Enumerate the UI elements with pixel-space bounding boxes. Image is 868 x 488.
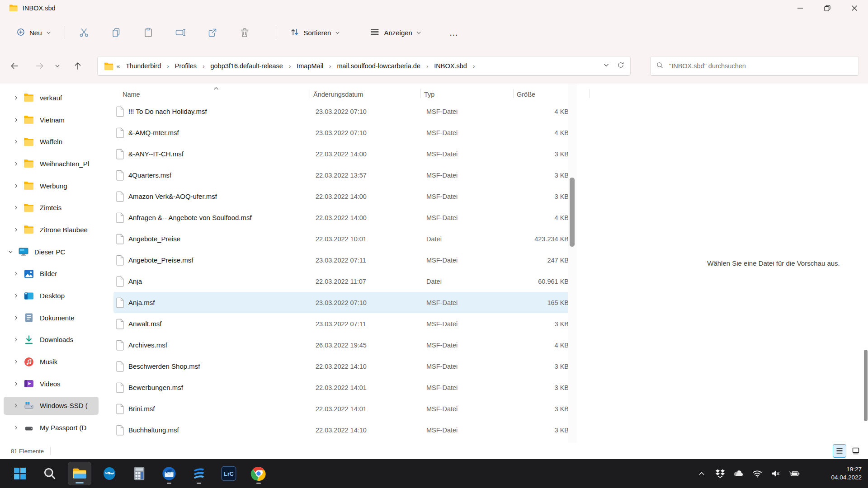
file-row[interactable]: Anfragen &-- Angebote von Soulfood.msf22… (113, 207, 570, 228)
more-options-button[interactable]: … (445, 23, 463, 42)
sidebar-item-dieser-pc[interactable]: Dieser PC (0, 241, 100, 263)
chevron-right-icon[interactable] (13, 425, 19, 430)
chevron-right-icon[interactable] (13, 403, 19, 408)
file-row[interactable]: &-AMQ-mter.msf23.03.2022 07:10MSF-Datei4… (113, 122, 570, 143)
minimize-button[interactable] (787, 0, 814, 16)
sidebar-item-verkauf[interactable]: verkauf (0, 87, 100, 109)
sidebar-item-bilder[interactable]: Bilder (0, 263, 100, 285)
chevron-right-icon[interactable] (13, 183, 19, 188)
file-row[interactable]: &-ANY--IT-CH.msf22.03.2022 14:00MSF-Date… (113, 143, 570, 164)
sidebar-item-vietnam[interactable]: Vietnam (0, 109, 100, 131)
file-row[interactable]: Beschwerden Shop.msf22.03.2022 14:10MSF-… (113, 356, 570, 377)
chevron-right-icon[interactable] (13, 95, 19, 100)
chevron-down-icon[interactable] (7, 249, 14, 254)
column-header-datum[interactable]: Änderungsdatum (313, 91, 424, 101)
taskbar-file-explorer-button[interactable] (68, 462, 91, 485)
sidebar-item-my-passport-d[interactable]: My Passport (D (0, 417, 100, 439)
file-row[interactable]: Bewerbungen.msf22.03.2022 14:01MSF-Datei… (113, 377, 570, 398)
breadcrumb-segment[interactable]: mail.soulfood-lowcarberia.de (334, 61, 424, 71)
chevron-right-icon[interactable] (13, 359, 19, 364)
file-row[interactable]: Angebote_Preise.msf23.03.2022 07:11MSF-D… (113, 249, 570, 271)
chevron-right-icon[interactable] (13, 205, 19, 210)
breadcrumb-segment[interactable]: Thunderbird (123, 61, 164, 71)
volume-mute-icon[interactable] (770, 468, 782, 479)
sidebar-item-videos[interactable]: Videos (0, 373, 100, 395)
forward-button[interactable] (31, 57, 49, 75)
chevron-right-icon[interactable] (13, 293, 19, 298)
search-input[interactable] (669, 62, 853, 70)
taskbar-calculator-button[interactable] (127, 462, 151, 485)
dropbox-icon[interactable] (714, 468, 726, 479)
rename-button[interactable] (170, 23, 190, 42)
wifi-icon[interactable] (751, 468, 763, 479)
chevron-right-icon[interactable] (13, 139, 19, 144)
breadcrumb-segment[interactable]: gobp3f16.default-release (207, 61, 286, 71)
sidebar-item-weihnachten-pl[interactable]: Weihnachten_Pl (0, 153, 100, 175)
breadcrumb-segment[interactable]: Profiles (172, 61, 200, 71)
sidebar-item-zimteis[interactable]: Zimteis (0, 197, 100, 219)
sidebar-item-zitrone-blaubee[interactable]: Zitrone Blaubee (0, 219, 100, 241)
recent-locations-button[interactable] (51, 57, 64, 75)
copy-button[interactable] (106, 23, 126, 42)
breadcrumb-segment[interactable]: INBOX.sbd (431, 61, 470, 71)
list-scrollbar-thumb[interactable] (570, 178, 575, 247)
sidebar-item-downloads[interactable]: Downloads (0, 329, 100, 351)
share-button[interactable] (203, 23, 222, 42)
close-button[interactable] (841, 0, 868, 16)
file-row[interactable]: Angebote_Preise22.03.2022 10:01Datei423.… (113, 228, 570, 249)
file-row[interactable]: Buchhaltung.msf22.03.2022 14:10MSF-Datei… (113, 419, 570, 441)
delete-button[interactable] (235, 23, 255, 42)
column-header-groesse[interactable]: Größe (517, 91, 593, 101)
sidebar-item-windows-ssd[interactable]: Windows-SSD ( (0, 395, 100, 417)
paste-button[interactable] (138, 23, 158, 42)
breadcrumb-segment[interactable]: ImapMail (293, 61, 326, 71)
file-row[interactable]: Anwalt.msf23.03.2022 07:11MSF-Datei3 KB (113, 313, 570, 334)
cut-button[interactable] (74, 23, 94, 42)
address-bar[interactable]: «Thunderbird›Profiles›gobp3f16.default-r… (97, 56, 631, 76)
chevron-right-icon[interactable] (13, 381, 19, 386)
chevron-right-icon[interactable] (13, 161, 19, 166)
taskbar-thunderbird-button[interactable] (157, 462, 181, 485)
battery-charging-icon[interactable] (788, 468, 800, 479)
sidebar-item-dokumente[interactable]: Dokumente (0, 307, 100, 329)
chevron-right-icon[interactable] (13, 337, 19, 342)
taskbar-start-button[interactable] (8, 462, 32, 485)
sidebar-item-waffeln[interactable]: Waffeln (0, 131, 100, 153)
sidebar-item-werbung[interactable]: Werbung (0, 175, 100, 197)
taskbar-openoffice-button[interactable] (98, 462, 121, 485)
chevron-right-icon[interactable] (13, 117, 19, 122)
breadcrumb-overflow-icon[interactable]: « (114, 63, 123, 70)
taskbar-search-button[interactable] (38, 462, 61, 485)
restore-button[interactable] (814, 0, 841, 16)
search-box[interactable] (650, 56, 859, 76)
back-button[interactable] (5, 57, 24, 75)
file-row[interactable]: Amazon Verk&-AOQ-ufer.msf22.03.2022 14:0… (113, 186, 570, 207)
view-button[interactable]: Anzeigen (365, 23, 426, 42)
file-row[interactable]: Anja.msf23.03.2022 07:10MSF-Datei165 KB (113, 292, 570, 313)
taskbar-clock[interactable]: 19:27 04.04.2022 (831, 459, 862, 488)
thumbnail-view-toggle[interactable] (849, 444, 863, 458)
file-row[interactable]: Brini.msf22.03.2022 14:01MSF-Datei3 KB (113, 398, 570, 419)
taskbar-lightroom-classic-button[interactable]: LrC (217, 462, 241, 485)
file-row[interactable]: Archives.msf26.03.2022 19:45MSF-Datei4 K… (113, 334, 570, 356)
list-scrollbar[interactable] (568, 84, 577, 443)
onedrive-icon[interactable] (733, 468, 745, 479)
chevron-up-icon[interactable] (696, 468, 708, 479)
file-row[interactable]: 4Quarters.msf22.03.2022 13:57MSF-Datei3 … (113, 164, 570, 186)
taskbar-chrome-button[interactable] (247, 462, 270, 485)
taskbar-stripes-app-button[interactable] (187, 462, 211, 485)
address-dropdown-chevron-icon[interactable] (603, 62, 609, 70)
file-row[interactable]: Anja22.03.2022 11:07Datei60.961 KB (113, 271, 570, 292)
refresh-icon[interactable] (617, 61, 625, 71)
details-view-toggle[interactable] (833, 444, 846, 458)
column-header-name[interactable]: Name (118, 91, 313, 101)
sidebar-item-desktop[interactable]: Desktop (0, 285, 100, 307)
file-row[interactable]: !!! To Do nach Holiday.msf23.03.2022 07:… (113, 101, 570, 122)
column-header-typ[interactable]: Typ (424, 91, 517, 101)
new-button[interactable]: Neu (12, 24, 56, 42)
chevron-right-icon[interactable] (13, 271, 19, 276)
sidebar-item-musik[interactable]: Musik (0, 351, 100, 373)
up-button[interactable] (69, 57, 87, 75)
sort-button[interactable]: Sortieren (285, 23, 345, 42)
chevron-right-icon[interactable] (13, 227, 19, 232)
